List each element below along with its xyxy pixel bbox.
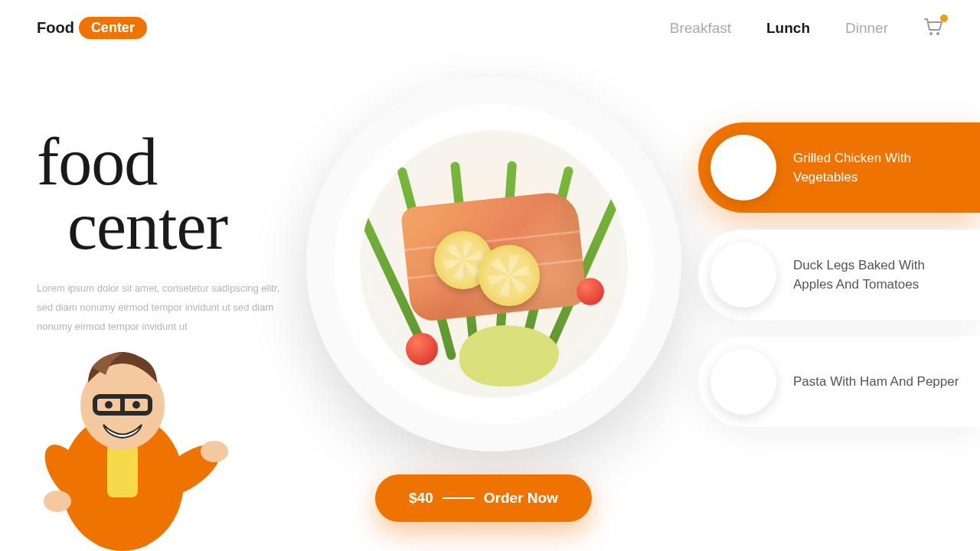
divider-icon: [443, 497, 475, 499]
svg-point-0: [929, 32, 933, 35]
order-price: $40: [409, 490, 433, 507]
order-now-button[interactable]: $40 Order Now: [375, 474, 592, 522]
hero-title: food center: [37, 130, 305, 258]
svg-rect-3: [107, 444, 138, 497]
menu-item-label: Duck Legs Baked With Apples And Tomatoes: [793, 256, 962, 295]
logo-word-2: Center: [79, 17, 147, 39]
menu-item-grilled-chicken[interactable]: Grilled Chicken With Vegetables: [698, 122, 980, 213]
logo[interactable]: Food Center: [37, 17, 147, 39]
dish-thumbnail: [710, 242, 776, 308]
mascot-illustration: [15, 321, 230, 551]
logo-word-1: Food: [37, 19, 74, 37]
svg-point-7: [105, 401, 113, 409]
menu-item-duck-legs[interactable]: Duck Legs Baked With Apples And Tomatoes: [698, 230, 980, 320]
menu-item-label: Pasta With Ham And Pepper: [793, 372, 959, 392]
order-cta-label: Order Now: [484, 490, 558, 507]
menu-list: Grilled Chicken With Vegetables Duck Leg…: [698, 122, 980, 427]
menu-item-pasta[interactable]: Pasta With Ham And Pepper: [698, 337, 980, 427]
nav-item-dinner[interactable]: Dinner: [845, 20, 888, 37]
main-nav: Breakfast Lunch Dinner: [670, 18, 943, 39]
hero-title-line-2: center: [37, 194, 305, 259]
dish-thumbnail: [710, 135, 776, 201]
featured-dish-image: [306, 77, 681, 452]
cart-icon[interactable]: [923, 18, 943, 39]
hero-title-line-1: food: [37, 125, 157, 199]
svg-point-8: [132, 401, 140, 409]
svg-point-1: [936, 32, 939, 35]
dish-thumbnail: [710, 349, 776, 415]
nav-item-breakfast[interactable]: Breakfast: [670, 20, 731, 37]
nav-item-lunch[interactable]: Lunch: [766, 20, 810, 37]
hero-section: food center Lorem ipsum dolor sit amet, …: [37, 130, 305, 336]
svg-point-13: [44, 491, 71, 512]
menu-item-label: Grilled Chicken With Vegetables: [793, 148, 962, 187]
